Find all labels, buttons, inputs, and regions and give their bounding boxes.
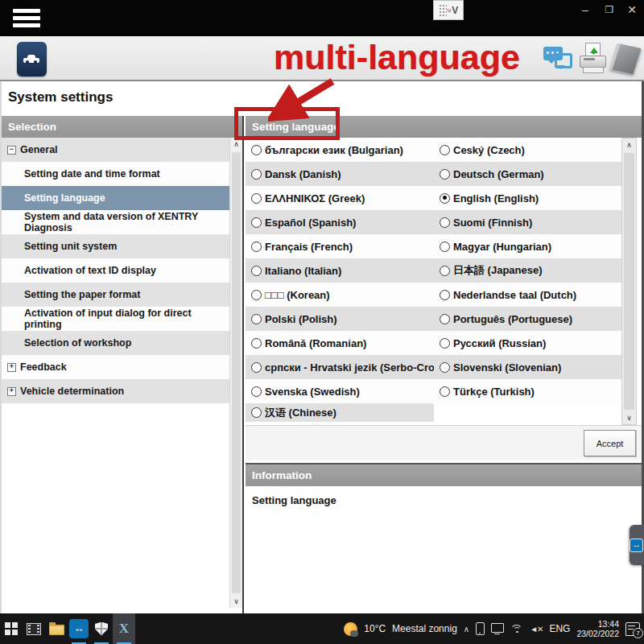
language-option-italiano-italian[interactable]: Italiano (Italian): [246, 258, 434, 283]
language-option-magyar-hungarian[interactable]: Magyar (Hungarian): [434, 234, 622, 258]
language-option-bulgarian[interactable]: български език (Bulgarian): [246, 138, 434, 162]
radio-icon[interactable]: [251, 145, 262, 155]
scrollbar-thumb[interactable]: [232, 152, 241, 593]
expand-icon[interactable]: +: [7, 363, 16, 372]
tree-item-vehicle-determination[interactable]: +Vehicle determination: [2, 379, 230, 403]
radio-icon[interactable]: [440, 362, 450, 373]
radio-icon[interactable]: [251, 290, 262, 300]
display-icon[interactable]: [491, 623, 504, 633]
collapse-icon[interactable]: −: [7, 146, 16, 155]
tree-item-activation-of-input-dialog-for-direct-pr[interactable]: Activation of input dialog for direct pr…: [2, 307, 230, 331]
radio-icon[interactable]: [440, 169, 450, 180]
tree-item-setting-date-and-time-format[interactable]: Setting date and time format: [2, 162, 230, 186]
scroll-down-icon[interactable]: ∨: [230, 595, 242, 608]
language-option-hrvatski-jezik-serbo-croatian[interactable]: српски - Hrvatski jezik (Serbo-Croatian): [246, 355, 434, 379]
input-method-icon[interactable]: υ V: [433, 0, 464, 20]
title-bar: υ V – ❒ ✕: [0, 0, 644, 36]
tree-item-label: Setting language: [2, 192, 105, 204]
expand-icon[interactable]: +: [7, 387, 16, 396]
language-option-deutsch-german[interactable]: Deutsch (German): [434, 162, 622, 186]
radio-icon[interactable]: [251, 266, 262, 276]
radio-icon[interactable]: [251, 362, 262, 373]
maximize-button[interactable]: ❒: [601, 2, 618, 18]
teamviewer-taskbar-button[interactable]: ↔: [68, 613, 90, 644]
tree-item-setting-language[interactable]: Setting language: [2, 186, 230, 210]
language-option-fran-ais-french[interactable]: Français (French): [246, 234, 434, 258]
radio-icon[interactable]: [251, 407, 262, 418]
selection-scrollbar[interactable]: ∧ ∨: [229, 138, 242, 608]
network-icon[interactable]: [510, 625, 523, 634]
manual-book-icon[interactable]: [609, 43, 642, 75]
radio-icon[interactable]: [440, 290, 450, 300]
minimize-button[interactable]: –: [576, 2, 594, 18]
language-option-greek[interactable]: ΕΛΛΗΝΙΚΟΣ (Greek): [246, 186, 434, 210]
language-option-nederlandse-taal-dutch[interactable]: Nederlandse taal (Dutch): [434, 283, 622, 307]
language-label: Italiano (Italian): [265, 265, 341, 277]
tree-item-general[interactable]: −General: [2, 138, 230, 162]
language-option-t-rk-e-turkish[interactable]: Türkçe (Turkish): [434, 379, 622, 403]
print-export-icon[interactable]: [579, 43, 606, 75]
language-indicator[interactable]: ENG: [549, 623, 570, 634]
accept-button[interactable]: Accept: [584, 430, 636, 456]
radio-icon[interactable]: [440, 266, 450, 276]
radio-icon[interactable]: [251, 242, 262, 252]
language-option-korean[interactable]: □□□ (Korean): [246, 283, 434, 307]
hidden-icons-chevron[interactable]: ∧: [464, 625, 469, 634]
language-option-russian[interactable]: Русский (Russian): [434, 331, 622, 355]
language-option-polski-polish[interactable]: Polski (Polish): [246, 307, 434, 331]
radio-icon[interactable]: [440, 338, 450, 349]
language-option-chinese[interactable]: 汉语 (Chinese): [246, 403, 434, 422]
scrollbar-thumb[interactable]: [624, 153, 634, 410]
language-option-suomi-finnish[interactable]: Suomi (Finnish): [434, 210, 622, 234]
language-option-portugu-s-portuguese[interactable]: Português (Portuguese): [434, 307, 622, 331]
radio-icon[interactable]: [440, 145, 450, 155]
radio-icon[interactable]: [440, 386, 450, 397]
radio-selected-icon[interactable]: [440, 193, 450, 204]
radio-icon[interactable]: [251, 314, 262, 324]
language-option-espa-ol-spanish[interactable]: Español (Spanish): [246, 210, 434, 234]
volume-muted-icon[interactable]: ◄✕: [530, 625, 543, 634]
radio-icon[interactable]: [440, 314, 450, 324]
radio-icon[interactable]: [251, 193, 262, 204]
tree-item-system-and-data-version-of-xentry-diagno[interactable]: System and data version of XENTRY Diagno…: [2, 210, 230, 234]
teamviewer-side-tab[interactable]: ↔: [630, 525, 644, 565]
file-explorer-button[interactable]: [45, 613, 68, 644]
language-option-slovenski-slovenian[interactable]: Slovenski (Slovenian): [434, 355, 622, 379]
radio-icon[interactable]: [251, 386, 262, 397]
scroll-up-icon[interactable]: ∧: [622, 138, 636, 151]
tree-item-setting-the-paper-format[interactable]: Setting the paper format: [2, 283, 230, 307]
vehicle-icon[interactable]: [17, 42, 47, 76]
phone-icon[interactable]: [476, 622, 485, 635]
defender-taskbar-button[interactable]: [90, 613, 113, 644]
menu-icon[interactable]: [13, 9, 40, 28]
tree-item-setting-unit-system[interactable]: Setting unit system: [2, 234, 230, 258]
language-option-cesk-czech[interactable]: Ceský (Czech): [434, 138, 622, 162]
radio-icon[interactable]: [440, 217, 450, 228]
start-button[interactable]: [0, 613, 23, 644]
notification-center-icon[interactable]: 7: [625, 622, 640, 636]
language-option-dansk-danish[interactable]: Dansk (Danish): [246, 162, 434, 186]
radio-icon[interactable]: [251, 217, 262, 228]
tree-item-feedback[interactable]: +Feedback: [2, 355, 230, 379]
language-option-japanese[interactable]: 日本語 (Japanese): [434, 258, 622, 283]
task-view-button[interactable]: [23, 613, 45, 644]
language-option-rom-n-romanian[interactable]: Română (Romanian): [246, 331, 434, 355]
tree-item-selection-of-workshop[interactable]: Selection of workshop: [2, 331, 230, 355]
weather-icon[interactable]: [344, 622, 357, 636]
language-option-svenska-swedish[interactable]: Svenska (Swedish): [246, 379, 434, 403]
language-scrollbar[interactable]: ∧ ∨: [621, 138, 637, 425]
tree-item-activation-of-text-id-display[interactable]: Activation of text ID display: [2, 258, 230, 283]
close-button[interactable]: ✕: [623, 2, 641, 18]
xentry-taskbar-button[interactable]: X: [113, 613, 135, 644]
weather-description[interactable]: Meestal zonnig: [392, 623, 457, 634]
language-option-english-english[interactable]: English (English): [434, 186, 622, 210]
radio-icon[interactable]: [251, 338, 262, 349]
weather-temp[interactable]: 10°C: [364, 623, 386, 634]
scroll-down-icon[interactable]: ∨: [622, 411, 636, 424]
tree-item-label: Activation of input dialog for direct pr…: [2, 308, 230, 330]
messages-icon[interactable]: [543, 43, 572, 74]
clock[interactable]: 13:44 23/02/2022: [576, 619, 619, 638]
radio-icon[interactable]: [251, 169, 262, 180]
radio-icon[interactable]: [440, 242, 450, 252]
language-label: български език (Bulgarian): [265, 144, 403, 156]
